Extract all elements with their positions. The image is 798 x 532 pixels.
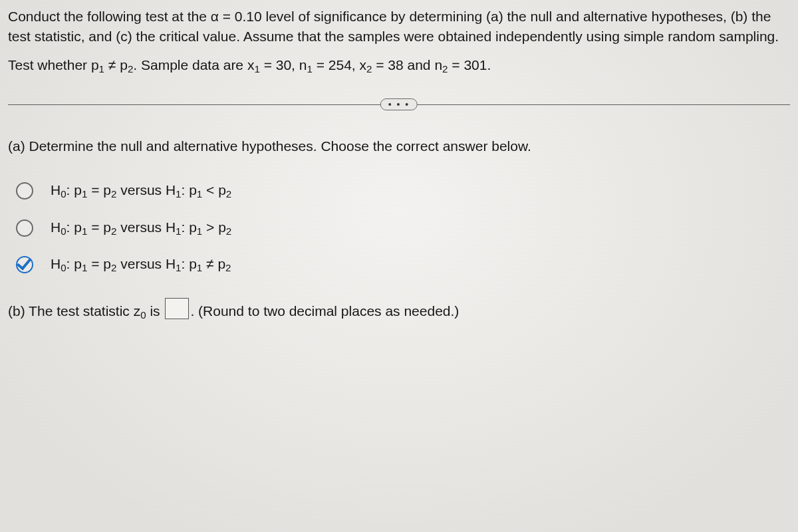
part-b-suffix: . (Round to two decimal places as needed… bbox=[190, 303, 459, 319]
test-claim: p1 ≠ p2. bbox=[91, 57, 141, 72]
radio-option-1[interactable] bbox=[16, 219, 33, 237]
option-row-1[interactable]: H0: p1 = p2 versus H1: p1 > p2 bbox=[16, 217, 790, 239]
part-a-prompt: (a) Determine the null and alternative h… bbox=[8, 136, 790, 156]
radio-option-2[interactable] bbox=[16, 256, 33, 273]
problem-intro: Conduct the following test at the α = 0.… bbox=[8, 7, 790, 47]
option-text-1: H0: p1 = p2 versus H1: p1 > p2 bbox=[51, 217, 231, 239]
part-b-line: (b) The test statistic z0 is . (Round to… bbox=[8, 298, 790, 322]
option-row-0[interactable]: H0: p1 = p2 versus H1: p1 < p2 bbox=[16, 180, 790, 201]
divider-pill[interactable]: • • • bbox=[380, 98, 418, 110]
part-b-subscript: 0 bbox=[140, 309, 146, 321]
option-row-2[interactable]: H0: p1 = p2 versus H1: p1 ≠ p2 bbox=[16, 254, 790, 275]
test-data-prefix: Sample data are bbox=[141, 57, 247, 72]
test-prefix: Test whether bbox=[8, 57, 91, 72]
section-divider: • • • bbox=[8, 95, 790, 114]
radio-option-0[interactable] bbox=[16, 182, 33, 200]
part-b-prefix: (b) The test statistic z bbox=[8, 303, 140, 319]
test-statistic-input[interactable] bbox=[165, 298, 189, 319]
part-b-is: is bbox=[146, 303, 164, 319]
test-whether-line: Test whether p1 ≠ p2. Sample data are x1… bbox=[8, 55, 790, 76]
option-text-2: H0: p1 = p2 versus H1: p1 ≠ p2 bbox=[51, 254, 231, 275]
options-group: H0: p1 = p2 versus H1: p1 < p2H0: p1 = p… bbox=[16, 180, 790, 275]
sample-data: x1 = 30, n1 = 254, x2 = 38 and n2 = 301. bbox=[247, 57, 491, 72]
option-text-0: H0: p1 = p2 versus H1: p1 < p2 bbox=[51, 180, 231, 201]
